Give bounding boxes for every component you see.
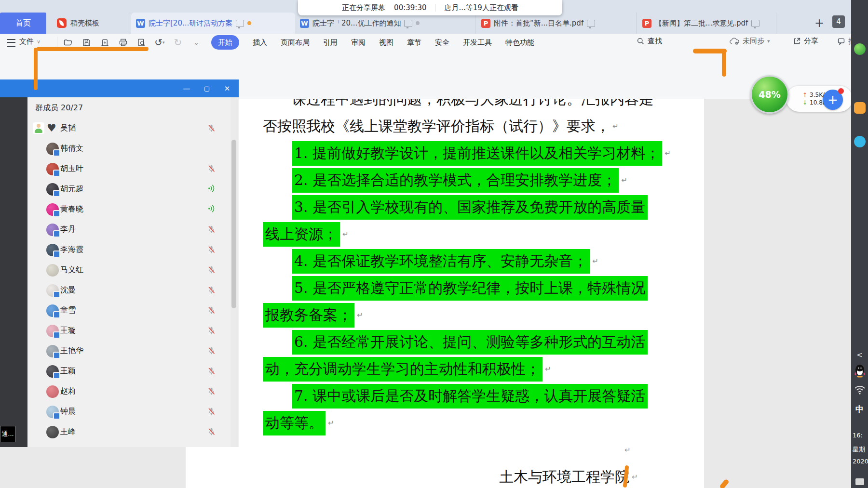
more-commands-icon[interactable]: ⌄ (191, 37, 202, 48)
print-preview-icon[interactable] (136, 37, 147, 48)
notification-dot (838, 88, 844, 94)
member-avatar (46, 385, 59, 398)
ribbon-tab-插入[interactable]: 插入 (253, 38, 267, 47)
paragraph-mark: ↵ (665, 149, 671, 158)
mobile-badge-icon (53, 190, 60, 197)
document-line: 1. 提前做好教学设计，提前推送课件以及相关学习材料；↵ (292, 140, 671, 167)
minimize-button[interactable]: — (182, 84, 191, 93)
member-row[interactable]: 黄春晓 (27, 199, 239, 220)
redo-icon[interactable]: ↻ (173, 37, 183, 48)
print-icon[interactable] (118, 37, 128, 48)
mobile-badge-icon (53, 291, 60, 298)
ribbon-tab-安全[interactable]: 安全 (435, 38, 449, 47)
member-row[interactable]: 童雪 (27, 301, 239, 321)
qq-tray-icon[interactable] (851, 364, 868, 378)
member-row[interactable]: 钟晨 (27, 402, 239, 422)
highlighted-text: 动，充分调动学生学习的主动性和积极性； (263, 357, 542, 382)
doc-tab-3[interactable]: P附件：首批“新...目名单.pdf (476, 13, 637, 34)
ribbon-tab-视图[interactable]: 视图 (379, 38, 393, 47)
member-row[interactable]: 胡元超 (27, 179, 239, 199)
member-row[interactable]: 马义红 (27, 260, 239, 280)
member-avatar (46, 244, 59, 256)
mobile-badge-icon (53, 149, 60, 157)
member-row[interactable]: 李海霞 (27, 240, 239, 260)
doc-tab-1[interactable]: W院士字[20...研讨活动方案 (131, 13, 295, 34)
member-name: 钟晨 (60, 407, 76, 417)
member-name: 王璇 (60, 326, 76, 336)
mic-muted-icon (207, 427, 216, 436)
member-row[interactable]: 王峰 (27, 422, 239, 442)
member-row[interactable]: 王璇 (27, 321, 239, 341)
document-line: ↵ (622, 436, 631, 463)
notification-center-icon[interactable] (851, 478, 868, 487)
member-avatar (46, 163, 59, 175)
template-tab[interactable]: 稻壳模板 (48, 13, 130, 34)
member-row[interactable]: 王颖 (27, 361, 239, 382)
ribbon-tab-页面布局[interactable]: 页面布局 (281, 38, 310, 47)
monitor-icon (236, 20, 244, 27)
member-row[interactable]: 胡玉叶 (27, 159, 239, 179)
background-window-strip (0, 97, 27, 447)
share-button[interactable]: 分享 (793, 37, 818, 46)
undo-icon[interactable]: ↺▾ (154, 37, 165, 48)
office-tray-icon[interactable] (851, 102, 868, 116)
member-name: 胡玉叶 (60, 164, 83, 174)
ribbon-tab-章节[interactable]: 章节 (407, 38, 421, 47)
file-menu[interactable]: 文件 ∨ (19, 37, 41, 46)
share-viewers[interactable]: 唐月...等19人正在观看 (444, 3, 518, 13)
ribbon-tab-开发工具[interactable]: 开发工具 (463, 38, 492, 47)
app-tray-icon[interactable] (851, 136, 868, 149)
member-row[interactable]: 赵莉 (27, 382, 239, 402)
document-line: 动等等。↵ (263, 409, 334, 436)
close-button[interactable]: ✕ (222, 84, 232, 93)
clock-day: 星期 (851, 445, 868, 454)
chevron-down-icon: ∨ (37, 39, 41, 45)
save-icon[interactable] (81, 37, 92, 48)
document-line: 土木与环境工程学院↵ (499, 463, 638, 488)
tab-count-badge[interactable]: 4 (832, 15, 845, 28)
input-method-indicator[interactable]: 中 (851, 404, 868, 415)
ribbon-tab-引用[interactable]: 引用 (323, 38, 338, 47)
member-name: 王艳华 (60, 346, 83, 356)
network-progress-ball[interactable]: 48% (750, 75, 789, 114)
mic-muted-icon (207, 124, 216, 132)
owner-heart-icon: ♥ (47, 122, 56, 134)
member-row[interactable]: 沈曼 (27, 280, 239, 301)
sync-status[interactable]: 未同步 ▾ (729, 37, 770, 46)
find-button[interactable]: 查找 (637, 37, 662, 46)
paragraph-mark: ↵ (621, 176, 627, 185)
highlighted-text: 3. 是否引入学校现有的、国家推荐及免费开放的高质量 (292, 195, 648, 220)
maximize-button[interactable]: ▢ (202, 85, 212, 92)
mobile-badge-icon (53, 311, 60, 318)
member-row[interactable]: 李丹 (27, 220, 239, 240)
new-tab-button[interactable]: + (811, 14, 827, 32)
member-avatar (46, 304, 59, 317)
tray-expand-chevron[interactable]: < (851, 351, 868, 359)
member-row[interactable]: 韩倩文 (27, 139, 239, 159)
mic-speaking-icon (207, 205, 217, 212)
member-row[interactable]: 王艳华 (27, 341, 239, 361)
mobile-badge-icon (53, 210, 60, 217)
sync-status-label: 未同步 (743, 37, 764, 46)
home-tab[interactable]: 首页 (0, 13, 46, 34)
output-icon[interactable] (99, 37, 110, 48)
member-list-scroll-thumb[interactable] (231, 140, 236, 308)
ribbon-tab-审阅[interactable]: 审阅 (351, 38, 366, 47)
ribbon-tab-特色功能[interactable]: 特色功能 (505, 38, 534, 47)
paragraph-mark: ↵ (545, 365, 551, 373)
doc-tab-4[interactable]: P【新闻】第二批...求意见.pdf (637, 13, 776, 34)
antivirus-tray-icon[interactable] (851, 43, 868, 57)
body-text: 课过程中遇到的问题，积极与大家进行讨论。汇报内容是 (292, 99, 653, 109)
chat-notification-window[interactable]: 通... (0, 426, 15, 442)
member-row[interactable]: ♥吴韬 (27, 119, 239, 139)
mic-speaking-icon (207, 185, 217, 192)
document-line: 5. 是否严格遵守正常的教学纪律，按时上课，特殊情况 (292, 275, 648, 302)
wifi-tray-icon[interactable] (851, 384, 868, 395)
doc-tab-2[interactable]: W院士字「20...优工作的通知 (295, 13, 475, 34)
open-folder-icon[interactable] (63, 37, 73, 48)
member-avatar (46, 406, 59, 418)
ribbon-tab-开始[interactable]: 开始 (211, 35, 239, 50)
clock-time[interactable]: 16: (851, 432, 868, 439)
hamburger-icon[interactable] (7, 39, 15, 47)
file-menu-label: 文件 (19, 37, 34, 46)
